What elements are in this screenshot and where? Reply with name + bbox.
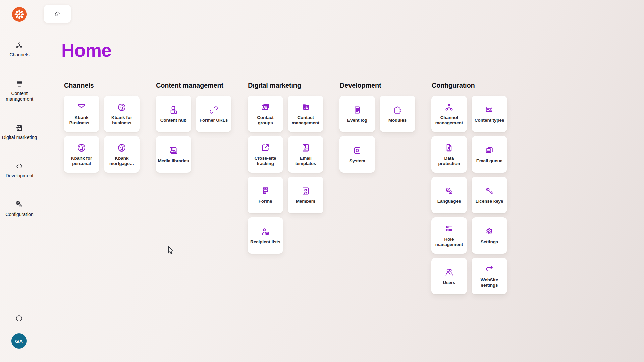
app-tile-kbank-for-business[interactable]: Kbank for business bbox=[104, 96, 140, 132]
app-tile-kbank-for-personal[interactable]: Kbank for personal bbox=[64, 136, 99, 173]
tile-label: Contact management bbox=[290, 115, 321, 126]
data-protection-icon bbox=[444, 143, 454, 153]
app-tile-cross-site-tracking[interactable]: Cross-site tracking bbox=[248, 136, 283, 173]
app-tile-members[interactable]: Members bbox=[288, 177, 323, 213]
app-tile-former-urls[interactable]: Former URLs bbox=[196, 96, 231, 132]
app-tile-settings[interactable]: Settings bbox=[472, 217, 507, 254]
users-icon bbox=[444, 267, 454, 277]
tile-label: Users bbox=[443, 280, 455, 285]
tile-label: Members bbox=[296, 199, 316, 204]
redirect-arrow-icon bbox=[484, 264, 494, 275]
code-icon bbox=[15, 162, 24, 171]
svg-text:x: x bbox=[450, 191, 451, 193]
gear-icon bbox=[484, 227, 494, 237]
media-icon bbox=[168, 145, 178, 156]
tile-label: System bbox=[349, 158, 365, 164]
contact-cards-icon bbox=[260, 102, 270, 112]
section-content-management: Content managementContent hubFormer URLs… bbox=[156, 81, 231, 173]
app-tile-event-log[interactable]: Event log bbox=[339, 96, 375, 132]
svg-text:A: A bbox=[447, 188, 449, 191]
avatar-initials: GA bbox=[15, 338, 23, 344]
tile-label: Modules bbox=[388, 118, 407, 123]
user-avatar[interactable]: GA bbox=[11, 333, 27, 349]
app-tile-contact-groups[interactable]: Contact groups bbox=[248, 96, 283, 132]
app-tile-media-libraries[interactable]: Media libraries bbox=[156, 136, 191, 173]
sidebar-item-label: Configuration bbox=[5, 212, 34, 218]
section-cards: Contact groupsContact managementCross-si… bbox=[248, 96, 323, 254]
app-tile-content-types[interactable]: Content types bbox=[472, 96, 507, 132]
tile-label: Kbank mortgage… bbox=[106, 156, 138, 166]
member-icon bbox=[301, 186, 311, 196]
section-title: Content management bbox=[156, 81, 231, 89]
app-tile-users[interactable]: Users bbox=[431, 258, 467, 294]
section-configuration: ConfigurationChannel managementContent t… bbox=[431, 81, 507, 294]
system-icon bbox=[352, 145, 362, 156]
kentico-logo[interactable] bbox=[12, 7, 27, 22]
external-link-icon bbox=[260, 143, 270, 153]
broken-link-icon bbox=[209, 105, 219, 115]
sidebar-item-channels[interactable]: Channels bbox=[0, 41, 39, 58]
app-tile-kbank-mortgage[interactable]: Kbank mortgage… bbox=[104, 136, 140, 173]
globe-icon bbox=[76, 143, 87, 153]
sidebar-item-content-management[interactable]: Content management bbox=[0, 79, 39, 102]
section-development: DevelopmentEvent logModulesSystem bbox=[339, 81, 415, 173]
sections-container: ChannelsKbank Business…Kbank for busines… bbox=[64, 81, 507, 294]
app-tile-recipient-lists[interactable]: Recipient lists bbox=[248, 217, 283, 254]
tile-label: Data protection bbox=[433, 156, 465, 166]
sidebar-item-label: Development bbox=[5, 173, 34, 179]
contact-card-icon bbox=[301, 102, 311, 112]
app-tile-data-protection[interactable]: Data protection bbox=[431, 136, 467, 173]
email-template-icon bbox=[301, 143, 311, 153]
section-cards: Content hubFormer URLsMedia libraries bbox=[156, 96, 231, 173]
roles-icon bbox=[444, 224, 454, 234]
sidebar-item-configuration[interactable]: Configuration bbox=[0, 200, 39, 218]
app-tile-kbank-business[interactable]: Kbank Business… bbox=[64, 96, 99, 132]
boxes-icon bbox=[168, 105, 178, 115]
sidebar-item-development[interactable]: Development bbox=[0, 162, 39, 179]
network-icon bbox=[444, 102, 454, 112]
app-tile-website-settings[interactable]: WebSite settings bbox=[472, 258, 507, 294]
tile-label: Channel management bbox=[433, 115, 465, 126]
app-tile-channel-management[interactable]: Channel management bbox=[431, 96, 467, 132]
gears-icon bbox=[15, 200, 24, 209]
app-tile-modules[interactable]: Modules bbox=[380, 96, 415, 132]
tile-label: Contact groups bbox=[250, 115, 281, 126]
network-icon bbox=[15, 41, 24, 50]
tile-label: Languages bbox=[437, 199, 461, 204]
app-tile-email-queue[interactable]: Email queue bbox=[472, 136, 507, 173]
section-title: Digital marketing bbox=[248, 81, 323, 89]
languages-icon: Ax bbox=[444, 186, 454, 196]
section-channels: ChannelsKbank Business…Kbank for busines… bbox=[64, 81, 140, 173]
info-button[interactable] bbox=[15, 314, 23, 324]
tile-label: Recipient lists bbox=[250, 239, 280, 245]
app-tile-contact-management[interactable]: Contact management bbox=[288, 96, 323, 132]
tile-label: Media libraries bbox=[158, 158, 189, 164]
app-tile-content-hub[interactable]: Content hub bbox=[156, 96, 191, 132]
info-icon bbox=[15, 314, 23, 323]
forms-icon bbox=[260, 186, 270, 196]
app-root: ChannelsContent managementDigital market… bbox=[0, 0, 644, 362]
content-list-icon bbox=[15, 79, 24, 88]
tile-label: License keys bbox=[476, 199, 503, 204]
tile-label: Kbank Business… bbox=[66, 115, 97, 126]
app-tile-license-keys[interactable]: License keys bbox=[472, 177, 507, 213]
app-tile-system[interactable]: System bbox=[339, 136, 375, 173]
sidebar-nav: ChannelsContent managementDigital market… bbox=[0, 41, 39, 217]
sidebar-item-label: Content management bbox=[0, 90, 39, 102]
envelope-icon bbox=[76, 102, 87, 112]
section-cards: Kbank Business…Kbank for businessKbank f… bbox=[64, 96, 140, 173]
tile-label: Forms bbox=[259, 199, 272, 204]
event-log-icon bbox=[352, 105, 362, 115]
app-tile-forms[interactable]: Forms bbox=[248, 177, 283, 213]
section-title: Configuration bbox=[432, 81, 507, 89]
app-tile-role-management[interactable]: Role management bbox=[431, 217, 467, 254]
sidebar-item-label: Channels bbox=[9, 52, 30, 58]
app-tile-email-templates[interactable]: Email templates bbox=[288, 136, 323, 173]
sidebar-item-digital-marketing[interactable]: Digital marketing bbox=[0, 124, 39, 141]
home-tab[interactable] bbox=[44, 5, 71, 23]
tile-label: Content types bbox=[475, 118, 504, 123]
tile-label: WebSite settings bbox=[474, 277, 505, 288]
content-types-icon bbox=[484, 105, 494, 115]
app-tile-languages[interactable]: AxLanguages bbox=[431, 177, 467, 213]
kentico-flower-icon bbox=[12, 7, 27, 22]
